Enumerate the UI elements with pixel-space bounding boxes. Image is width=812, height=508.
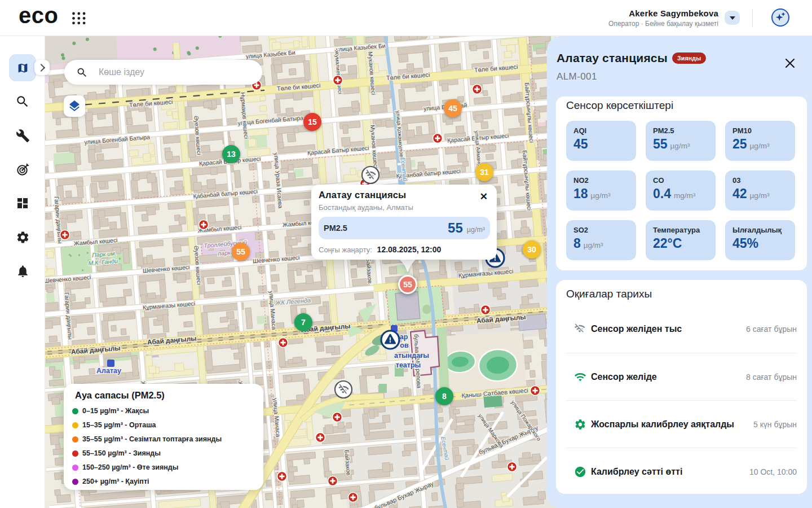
svg-text:театры: театры	[396, 361, 421, 369]
svg-text:Алатау: Алатау	[96, 367, 121, 375]
svg-text:парк: парк	[218, 249, 231, 257]
svg-text:атындағы: атындағы	[394, 352, 429, 360]
svg-text:ов: ов	[400, 341, 409, 349]
svg-text:ар: ар	[400, 333, 408, 341]
